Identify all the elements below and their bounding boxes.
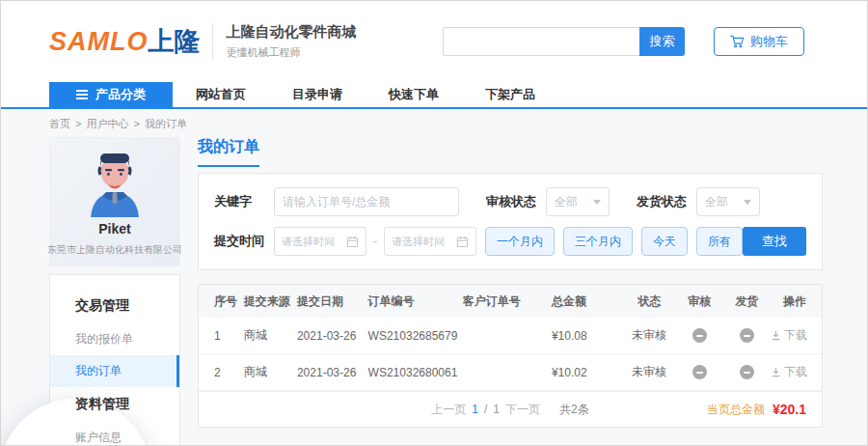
quick-filter-one-month[interactable]: 一个月内 bbox=[485, 227, 555, 256]
date-start-input[interactable] bbox=[282, 236, 341, 247]
sidebar-item-account-info[interactable]: 账户信息 bbox=[50, 422, 179, 446]
breadcrumb-home[interactable]: 首页 bbox=[49, 118, 70, 129]
cell-index: 2 bbox=[214, 366, 244, 379]
main-panel: 我的订单 关键字 审核状态 全部 发货状态 bbox=[198, 137, 823, 428]
ship-status-value: 全部 bbox=[705, 194, 728, 210]
download-icon bbox=[771, 330, 781, 341]
nav-links: 网站首页 目录申请 快速下单 下架产品 bbox=[196, 82, 535, 107]
keyword-input[interactable] bbox=[283, 195, 450, 209]
breadcrumb-my-orders: 我的订单 bbox=[145, 118, 187, 129]
sidebar-item-my-quotes[interactable]: 我的报价单 bbox=[50, 323, 179, 355]
breadcrumb-separator: > bbox=[133, 118, 139, 129]
breadcrumb-user-center[interactable]: 用户中心 bbox=[86, 118, 128, 129]
cell-index: 1 bbox=[214, 329, 244, 343]
date-start-input-wrap bbox=[274, 227, 366, 256]
nav-item-quick-order[interactable]: 快速下单 bbox=[389, 86, 439, 103]
tagline-main: 上隆自动化零件商城 bbox=[227, 23, 357, 42]
page-title: 我的订单 bbox=[198, 137, 259, 167]
download-link[interactable]: 下载 bbox=[771, 327, 807, 344]
submit-time-label: 提交时间 bbox=[214, 233, 274, 250]
sidebar-menu: 交易管理 我的报价单 我的订单 资料管理 账户信息 地址管理 bbox=[49, 274, 180, 446]
search-button[interactable]: 搜索 bbox=[639, 27, 685, 56]
search-input[interactable] bbox=[443, 27, 639, 56]
table-header: 序号 提交来源 提交日期 订单编号 客户订单号 总金额 状态 审核 发货 操作 bbox=[199, 285, 822, 318]
sidebar-item-my-orders[interactable]: 我的订单 bbox=[50, 355, 179, 387]
col-audit: 审核 bbox=[676, 293, 723, 310]
quick-filter-all[interactable]: 所有 bbox=[696, 227, 743, 256]
user-name: Piket bbox=[98, 221, 130, 237]
audit-status-value: 全部 bbox=[555, 194, 578, 210]
sidebar: Piket 东莞市上隆自动化科技有限公司 交易管理 我的报价单 我的订单 资料管… bbox=[49, 137, 180, 446]
quick-filter-today[interactable]: 今天 bbox=[641, 227, 688, 256]
filter-panel: 关键字 审核状态 全部 发货状态 全部 bbox=[198, 173, 823, 270]
cell-date: 2021-03-26 bbox=[297, 329, 368, 343]
brand-logo[interactable]: SAMLO上隆 bbox=[49, 24, 201, 59]
ship-minus-icon bbox=[740, 365, 754, 379]
quick-filter-three-months[interactable]: 三个月内 bbox=[563, 227, 633, 256]
breadcrumb: 首页>用户中心>我的订单 bbox=[49, 109, 807, 137]
ship-minus-icon bbox=[740, 328, 754, 343]
cart-button[interactable]: 购物车 bbox=[714, 27, 804, 56]
nav-item-catalog-apply[interactable]: 目录申请 bbox=[292, 86, 342, 103]
cart-label: 购物车 bbox=[750, 33, 788, 50]
keyword-input-wrap bbox=[274, 187, 459, 216]
cell-status: 未审核 bbox=[623, 364, 676, 380]
cell-order-no: WS21032685679 bbox=[368, 329, 463, 343]
audit-minus-icon bbox=[692, 365, 707, 379]
catalog-button[interactable]: 产品分类 bbox=[49, 82, 173, 107]
user-company: 东莞市上隆自动化科技有限公司 bbox=[47, 243, 182, 257]
current-page: 1 bbox=[472, 403, 478, 416]
chevron-down-icon bbox=[744, 200, 751, 205]
col-order-no: 订单编号 bbox=[368, 293, 463, 310]
cell-amount: ¥10.08 bbox=[552, 329, 623, 343]
next-page-button[interactable]: 下一页 bbox=[505, 402, 540, 418]
page-total: 当页总金额 ¥20.1 bbox=[707, 402, 806, 418]
calendar-icon bbox=[456, 236, 469, 248]
col-customer-no: 客户订单号 bbox=[463, 293, 552, 310]
download-link[interactable]: 下载 bbox=[771, 364, 807, 380]
cell-amount: ¥10.02 bbox=[552, 366, 623, 379]
menu-section-trade: 交易管理 bbox=[50, 289, 179, 323]
order-page: SAMLO上隆 上隆自动化零件商城 更懂机械工程师 搜索 购物车 产品分类 网站… bbox=[0, 0, 868, 446]
user-card: Piket 东莞市上隆自动化科技有限公司 bbox=[49, 137, 180, 266]
prev-page-button[interactable]: 上一页 bbox=[431, 402, 466, 418]
tagline-sub: 更懂机械工程师 bbox=[227, 45, 357, 60]
audit-minus-icon bbox=[692, 328, 707, 343]
col-amount: 总金额 bbox=[552, 293, 623, 310]
menu-section-profile: 资料管理 bbox=[50, 387, 179, 422]
brand-logo-cn: 上隆 bbox=[149, 27, 201, 56]
content-area: 首页>用户中心>我的订单 bbox=[1, 109, 867, 445]
audit-status-select[interactable]: 全部 bbox=[546, 187, 610, 216]
site-tagline: 上隆自动化零件商城 更懂机械工程师 bbox=[227, 23, 357, 60]
col-index: 序号 bbox=[214, 293, 244, 310]
nav-item-discontinued[interactable]: 下架产品 bbox=[485, 86, 535, 103]
site-header: SAMLO上隆 上隆自动化零件商城 更懂机械工程师 搜索 购物车 bbox=[1, 1, 867, 82]
page-total-value: ¥20.1 bbox=[773, 402, 806, 417]
find-button[interactable]: 查找 bbox=[743, 227, 806, 256]
date-end-input[interactable] bbox=[392, 236, 451, 247]
col-status: 状态 bbox=[623, 293, 676, 310]
orders-table: 序号 提交来源 提交日期 订单编号 客户订单号 总金额 状态 审核 发货 操作 … bbox=[198, 284, 823, 428]
logo-divider bbox=[212, 23, 213, 60]
total-pages: 1 bbox=[493, 403, 500, 416]
audit-status-label: 审核状态 bbox=[486, 193, 536, 210]
ship-status-label: 发货状态 bbox=[637, 193, 687, 210]
chevron-down-icon bbox=[593, 200, 601, 205]
nav-item-home[interactable]: 网站首页 bbox=[196, 86, 246, 103]
cell-status: 未审核 bbox=[623, 327, 676, 344]
table-footer: 上一页 1 / 1 下一页 共2条 当页总金额 ¥20.1 bbox=[199, 391, 822, 427]
hamburger-icon bbox=[76, 90, 88, 99]
col-ship: 发货 bbox=[723, 293, 771, 310]
cell-source: 商城 bbox=[244, 327, 297, 344]
ship-status-select[interactable]: 全部 bbox=[696, 187, 760, 216]
cell-source: 商城 bbox=[244, 364, 297, 380]
table-row: 1 商城 2021-03-26 WS21032685679 ¥10.08 未审核… bbox=[199, 318, 822, 354]
main-nav: 产品分类 网站首页 目录申请 快速下单 下架产品 bbox=[1, 82, 867, 109]
page-total-label: 当页总金额 bbox=[707, 402, 765, 418]
breadcrumb-separator: > bbox=[75, 118, 81, 129]
col-action: 操作 bbox=[771, 293, 806, 310]
table-row: 2 商城 2021-03-26 WS21032680061 ¥10.02 未审核… bbox=[199, 354, 822, 391]
download-icon bbox=[771, 367, 781, 377]
date-end-input-wrap bbox=[384, 227, 476, 256]
col-source: 提交来源 bbox=[244, 293, 297, 310]
